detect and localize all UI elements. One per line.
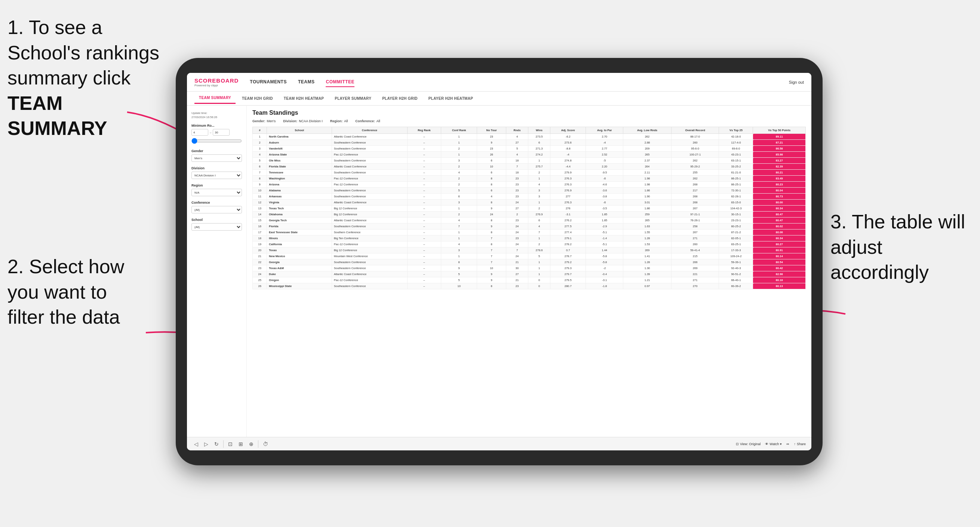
filter-region-label: Region xyxy=(191,184,242,187)
col-conference: Conference xyxy=(332,127,407,134)
table-row: 26Mississippi StateSoutheastern Conferen… xyxy=(253,283,806,289)
sidebar: Update time: 27/03/2024 16:56:26 Minimum… xyxy=(187,106,247,437)
filter-gender-select[interactable]: Men's Women's xyxy=(191,154,242,162)
table-row: 19CaliforniaPac-12 Conference–48242278.2… xyxy=(253,241,806,248)
toolbar-refresh[interactable]: ↻ xyxy=(213,440,220,448)
nav-committee[interactable]: COMMITTEE xyxy=(326,77,355,87)
tablet-screen: SCOREBOARD Powered by clippi TOURNAMENTS… xyxy=(187,73,811,450)
toolbar-view-options: ⊡ View: Original 👁 Watch ▾ ⇔ ↑ Share xyxy=(736,442,806,446)
watch-btn[interactable]: 👁 Watch ▾ xyxy=(765,442,782,446)
instruction-step2: 2. Select how you want to filter the dat… xyxy=(8,254,124,330)
table-row: 18IllinoisBig Ten Conference–17231279.1-… xyxy=(253,235,806,241)
nav-teams[interactable]: TEAMS xyxy=(298,77,315,87)
col-avg-low: Avg. Low Rnds xyxy=(623,127,671,134)
logo: SCOREBOARD Powered by clippi xyxy=(194,77,239,87)
filter-conference-label: Conference xyxy=(191,201,242,205)
filter-display-conference: Conference: All xyxy=(355,119,380,123)
toolbar-back[interactable]: ◁ xyxy=(192,440,200,448)
filter-gender-label: Gender xyxy=(191,149,242,153)
table-row: 8WashingtonPac-12 Conference–28231276.3-… xyxy=(253,176,806,182)
col-avg-par: Avg. to Par xyxy=(586,127,623,134)
toolbar-share-2[interactable]: ⊡ xyxy=(227,440,234,448)
toolbar-copy[interactable]: ⊕ xyxy=(248,440,255,448)
table-row: 5Ole MissSoutheastern Conference–3618127… xyxy=(253,158,806,164)
filter-min-input[interactable] xyxy=(191,129,208,136)
table-row: 15Georgia TechAtlantic Coast Conference–… xyxy=(253,217,806,224)
table-area: Team Standings Gender: Men's Division: N… xyxy=(247,106,811,437)
table-row: 11ArkansasSoutheastern Conference–642332… xyxy=(253,194,806,200)
table-row: 1North CarolinaAtlantic Coast Conference… xyxy=(253,134,806,140)
filter-display-gender: Gender: Men's xyxy=(252,119,275,123)
filter-school-select[interactable]: (All) xyxy=(191,223,242,230)
toolbar-grid[interactable]: ⊞ xyxy=(237,440,245,448)
nav-links: TOURNAMENTS TEAMS COMMITTEE xyxy=(250,77,789,87)
filter-conference-select[interactable]: (All) xyxy=(191,206,242,213)
filter-min-rounds-label: Minimum Ro... xyxy=(191,124,242,127)
instruction-step3: 3. The table will adjust accordingly xyxy=(830,209,972,285)
table-row: 21New MexicoMountain West Conference–172… xyxy=(253,253,806,259)
bottom-toolbar: ◁ ▷ ↻ ⊡ ⊞ ⊕ ⏱ ⊡ View: Original 👁 Watch ▾… xyxy=(187,437,811,450)
toolbar-sep-2 xyxy=(258,440,258,448)
table-row: 6Florida StateAtlantic Coast Conference–… xyxy=(253,164,806,170)
logo-text: SCOREBOARD xyxy=(194,77,239,84)
standings-table: # School Conference Reg Rank Conf Rank N… xyxy=(252,127,806,289)
table-row: 2AuburnSoutheastern Conference–19276273.… xyxy=(253,140,806,146)
col-rnds: Rnds xyxy=(506,127,528,134)
navbar: SCOREBOARD Powered by clippi TOURNAMENTS… xyxy=(187,73,811,92)
filter-division: Division NCAA Division I NCAA Division I… xyxy=(191,166,242,179)
share-btn[interactable]: ↑ Share xyxy=(794,442,806,446)
table-row: 7TennesseeSoutheastern Conference–461822… xyxy=(253,170,806,176)
toolbar-resize[interactable]: ⇔ xyxy=(786,442,789,446)
sign-out-link[interactable]: Sign out xyxy=(789,80,804,84)
col-rank: # xyxy=(253,127,267,134)
col-vs-top25: Vs Top 25 xyxy=(719,127,753,134)
subnav-team-h2h-grid[interactable]: TEAM H2H GRID xyxy=(237,94,277,103)
subnav: TEAM SUMMARY TEAM H2H GRID TEAM H2H HEAT… xyxy=(187,92,811,106)
instruction-step1: 1. To see a School's rankings summary cl… xyxy=(8,15,164,141)
subnav-player-h2h-grid[interactable]: PLAYER H2H GRID xyxy=(378,94,422,103)
col-adj-score: Adj. Score xyxy=(550,127,586,134)
filter-display-region: Region: All xyxy=(330,119,348,123)
table-row: 12VirginiaAtlantic Coast Conference–3824… xyxy=(253,200,806,206)
table-row: 3VanderbiltSoutheastern Conference–22352… xyxy=(253,146,806,152)
filter-conference: Conference (All) xyxy=(191,201,242,213)
filter-range-slider[interactable] xyxy=(191,138,242,144)
toolbar-forward[interactable]: ▷ xyxy=(203,440,210,448)
filter-display-division: Division: NCAA Division I xyxy=(283,119,323,123)
subnav-player-summary[interactable]: PLAYER SUMMARY xyxy=(330,94,376,103)
col-conf-rank: Conf Rank xyxy=(441,127,477,134)
subnav-player-h2h-heatmap[interactable]: PLAYER H2H HEATMAP xyxy=(424,94,477,103)
table-row: 16FloridaSoutheastern Conference–7924427… xyxy=(253,224,806,230)
main-content: Update time: 27/03/2024 16:56:26 Minimum… xyxy=(187,106,811,437)
toolbar-sep-1 xyxy=(223,440,224,448)
col-overall: Overall Record xyxy=(671,127,719,134)
table-row: 20TexasBig 12 Conference–377278.60.71.44… xyxy=(253,248,806,253)
table-row: 17East Tennessee StateSouthern Conferenc… xyxy=(253,230,806,235)
filter-region-select[interactable]: N/A All xyxy=(191,189,242,196)
table-row: 22GeorgiaSoutheastern Conference–8721127… xyxy=(253,259,806,265)
filter-school: School (All) xyxy=(191,218,242,230)
col-vs-top50: Vs Top 50 Points xyxy=(753,127,806,134)
col-wins: Wins xyxy=(528,127,550,134)
table-row: 4Arizona StatePac-12 Conference–1264274.… xyxy=(253,152,806,158)
filter-max-input[interactable] xyxy=(213,129,229,136)
table-row: 24DukeAtlantic Coast Conference–59271279… xyxy=(253,271,806,277)
view-original-btn[interactable]: ⊡ View: Original xyxy=(736,442,760,446)
tablet-device: SCOREBOARD Powered by clippi TOURNAMENTS… xyxy=(176,58,822,465)
filter-gender: Gender Men's Women's xyxy=(191,149,242,162)
table-row: 10AlabamaSoutheastern Conference–5623327… xyxy=(253,187,806,194)
table-row: 25OregonPac-12 Conference–59210279.5-3.1… xyxy=(253,277,806,283)
nav-tournaments[interactable]: TOURNAMENTS xyxy=(250,77,287,87)
col-reg-rank: Reg Rank xyxy=(407,127,441,134)
table-row: 13Texas TechBig 12 Conference–19272276-3… xyxy=(253,206,806,211)
update-time: Update time: 27/03/2024 16:56:26 xyxy=(191,111,242,119)
table-title: Team Standings xyxy=(252,110,806,116)
table-filters-row: Gender: Men's Division: NCAA Division I … xyxy=(252,119,806,123)
filter-division-label: Division xyxy=(191,166,242,170)
subnav-team-summary[interactable]: TEAM SUMMARY xyxy=(194,93,235,104)
filter-division-select[interactable]: NCAA Division I NCAA Division II NCAA Di… xyxy=(191,171,242,179)
toolbar-clock[interactable]: ⏱ xyxy=(261,440,270,448)
table-row: 23Texas A&MSoutheastern Conference–91030… xyxy=(253,265,806,271)
filter-school-label: School xyxy=(191,218,242,222)
subnav-team-h2h-heatmap[interactable]: TEAM H2H HEATMAP xyxy=(279,94,328,103)
